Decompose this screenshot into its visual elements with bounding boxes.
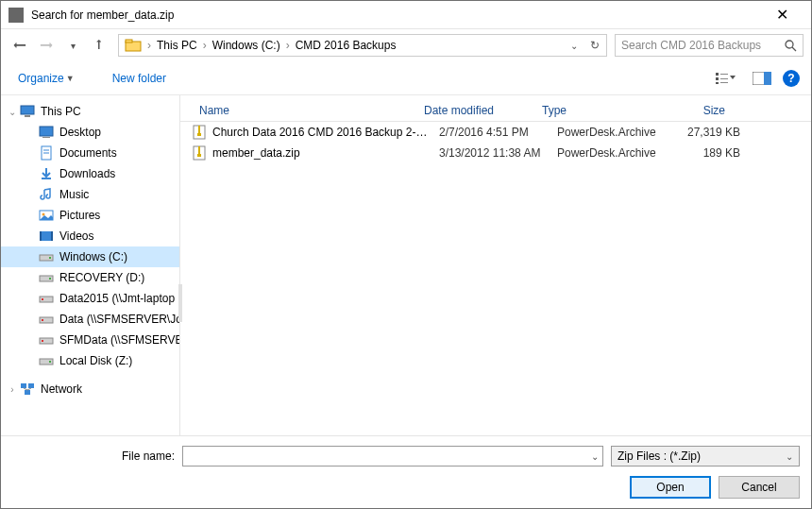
svg-line-41 bbox=[27, 388, 31, 390]
col-type[interactable]: Type bbox=[534, 104, 648, 117]
svg-rect-43 bbox=[198, 126, 200, 133]
search-input[interactable]: Search CMD 2016 Backups bbox=[615, 34, 804, 57]
tree-item-windows-c-[interactable]: Windows (C:) bbox=[1, 246, 179, 267]
file-name: member_data.zip bbox=[212, 146, 431, 160]
col-size[interactable]: Size bbox=[648, 104, 733, 117]
chevron-right-icon[interactable]: › bbox=[284, 39, 292, 52]
item-icon bbox=[39, 229, 54, 244]
file-date: 2/7/2016 4:51 PM bbox=[431, 126, 550, 139]
refresh-button[interactable]: ↻ bbox=[585, 36, 604, 55]
item-icon bbox=[39, 249, 54, 264]
collapse-icon[interactable]: ⌄ bbox=[7, 107, 18, 117]
breadcrumb-drive[interactable]: Windows (C:) bbox=[209, 39, 284, 52]
svg-rect-8 bbox=[720, 78, 728, 79]
search-icon[interactable] bbox=[785, 40, 797, 52]
zip-icon bbox=[192, 125, 207, 140]
tree-item-data2015-jmt-laptop[interactable]: Data2015 (\\Jmt-laptop bbox=[1, 288, 179, 309]
view-options-button[interactable] bbox=[711, 68, 741, 89]
item-icon bbox=[39, 353, 54, 368]
titlebar: Search for member_data.zip ✕ bbox=[1, 1, 811, 29]
tree-item-music[interactable]: Music bbox=[1, 184, 179, 205]
tree-item-data-sfmserver-jo[interactable]: Data (\\SFMSERVER\Jo bbox=[1, 309, 179, 330]
svg-rect-30 bbox=[42, 298, 43, 300]
svg-rect-34 bbox=[42, 340, 43, 342]
svg-point-2 bbox=[786, 41, 793, 48]
tree-item-documents[interactable]: Documents bbox=[1, 143, 179, 163]
svg-rect-9 bbox=[720, 82, 728, 83]
tree-item-local-disk-z-[interactable]: Local Disk (Z:) bbox=[1, 350, 179, 371]
bottom-panel: File name: ⌄ Zip Files : (*.Zip) ⌄ Open … bbox=[1, 435, 811, 508]
zip-icon bbox=[192, 145, 207, 161]
address-bar[interactable]: › This PC › Windows (C:) › CMD 2016 Back… bbox=[118, 34, 607, 57]
tree-item-recovery-d-[interactable]: RECOVERY (D:) bbox=[1, 267, 179, 288]
svg-rect-5 bbox=[716, 77, 719, 80]
tree-item-pictures[interactable]: Pictures bbox=[1, 205, 179, 226]
splitter-handle[interactable] bbox=[178, 284, 182, 322]
file-pane: Name Date modified Type Size Church Data… bbox=[180, 95, 811, 435]
item-icon bbox=[39, 270, 54, 285]
toolbar: Organize▼ New folder ? bbox=[1, 61, 811, 95]
chevron-right-icon[interactable]: › bbox=[145, 39, 153, 52]
open-button[interactable]: Open bbox=[630, 476, 711, 499]
filename-input[interactable]: ⌄ bbox=[182, 446, 603, 467]
item-icon bbox=[39, 312, 54, 327]
expand-icon[interactable]: › bbox=[7, 384, 18, 395]
up-button[interactable]: 🠕 bbox=[88, 34, 110, 57]
svg-rect-44 bbox=[197, 133, 201, 136]
forward-button[interactable]: 🠖 bbox=[35, 34, 58, 57]
col-name[interactable]: Name bbox=[180, 104, 416, 117]
filter-dropdown[interactable]: ⌄ bbox=[786, 451, 793, 462]
svg-rect-22 bbox=[40, 231, 53, 241]
item-icon bbox=[39, 166, 54, 181]
item-icon bbox=[39, 208, 54, 223]
item-icon bbox=[39, 332, 54, 348]
svg-rect-12 bbox=[21, 106, 34, 114]
filename-dropdown[interactable]: ⌄ bbox=[591, 451, 599, 462]
item-icon bbox=[39, 145, 54, 161]
pc-icon bbox=[20, 104, 35, 119]
svg-rect-26 bbox=[49, 257, 51, 259]
nav-tree: ⌄ This PC DesktopDocumentsDownloadsMusic… bbox=[1, 95, 180, 435]
breadcrumb-root[interactable]: This PC bbox=[153, 39, 201, 52]
col-date[interactable]: Date modified bbox=[416, 104, 534, 117]
svg-rect-37 bbox=[21, 383, 26, 388]
svg-rect-4 bbox=[716, 73, 719, 76]
chevron-right-icon[interactable]: › bbox=[201, 39, 209, 52]
recent-dropdown[interactable]: ▾ bbox=[61, 34, 84, 57]
main-area: ⌄ This PC DesktopDocumentsDownloadsMusic… bbox=[1, 95, 811, 435]
tree-item-desktop[interactable]: Desktop bbox=[1, 122, 179, 143]
tree-network[interactable]: › Network bbox=[1, 379, 179, 399]
back-button[interactable]: 🠔 bbox=[8, 34, 31, 57]
preview-pane-button[interactable] bbox=[747, 68, 777, 89]
file-size: 27,319 KB bbox=[663, 126, 748, 139]
tree-item-videos[interactable]: Videos bbox=[1, 226, 179, 246]
svg-rect-11 bbox=[764, 72, 771, 85]
filetype-filter[interactable]: Zip Files : (*.Zip) ⌄ bbox=[611, 446, 800, 467]
svg-rect-39 bbox=[25, 390, 30, 395]
close-button[interactable]: ✕ bbox=[761, 2, 804, 28]
organize-menu[interactable]: Organize▼ bbox=[12, 68, 80, 89]
file-type: PowerDesk.Archive bbox=[550, 146, 663, 160]
tree-item-downloads[interactable]: Downloads bbox=[1, 163, 179, 184]
new-folder-button[interactable]: New folder bbox=[107, 68, 172, 89]
tree-item-sfmdata-sfmserve[interactable]: SFMData (\\SFMSERVE bbox=[1, 330, 179, 350]
cancel-button[interactable]: Cancel bbox=[719, 476, 800, 499]
column-headers: Name Date modified Type Size bbox=[180, 95, 811, 122]
file-row[interactable]: member_data.zip3/13/2012 11:38 AMPowerDe… bbox=[180, 143, 811, 163]
help-button[interactable]: ? bbox=[783, 70, 800, 87]
svg-rect-14 bbox=[40, 127, 53, 136]
address-dropdown[interactable]: ⌄ bbox=[565, 36, 584, 55]
svg-rect-1 bbox=[126, 40, 132, 42]
tree-this-pc[interactable]: ⌄ This PC bbox=[1, 101, 179, 122]
network-icon bbox=[20, 382, 35, 397]
svg-rect-7 bbox=[720, 74, 728, 75]
file-date: 3/13/2012 11:38 AM bbox=[431, 146, 550, 160]
svg-rect-13 bbox=[25, 115, 30, 117]
file-row[interactable]: Church Data 2016 CMD 2016 Backup 2-7-...… bbox=[180, 122, 811, 143]
svg-line-40 bbox=[24, 388, 27, 390]
breadcrumb-folder[interactable]: CMD 2016 Backups bbox=[292, 39, 400, 52]
folder-icon bbox=[125, 37, 142, 54]
app-icon bbox=[8, 8, 24, 23]
item-icon bbox=[39, 291, 54, 306]
svg-rect-28 bbox=[49, 278, 51, 280]
